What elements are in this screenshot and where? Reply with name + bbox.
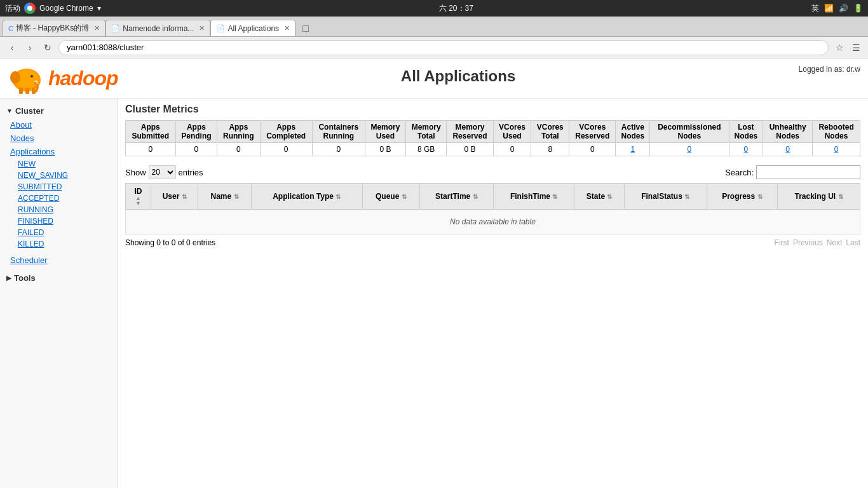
metric-val-apps-running: 0: [217, 143, 260, 156]
language-indicator: 英: [811, 3, 819, 14]
search-label: Search:: [725, 168, 754, 177]
sidebar-tools-header[interactable]: ▶ Tools: [0, 271, 117, 285]
sidebar-item-applications[interactable]: Applications: [0, 145, 117, 158]
tab-favicon-blog: C: [8, 25, 13, 32]
sidebar-item-failed[interactable]: FAILED: [0, 227, 117, 238]
cluster-metrics-table: Apps Submitted Apps Pending Apps Running: [125, 120, 860, 156]
col-header-queue[interactable]: Queue ⇅: [362, 184, 419, 210]
trackingui-sort-icon: ⇅: [838, 193, 843, 200]
tab-blog[interactable]: C 博客 - HappyBKs的博 ✕: [3, 20, 105, 36]
show-label: Show: [125, 168, 146, 177]
page-header: hadoop All Applications Logged in as: dr…: [0, 58, 868, 98]
tab-favicon-allapps: 📄: [216, 24, 225, 32]
queue-sort-icon: ⇅: [402, 193, 407, 200]
sidebar-item-finished[interactable]: FINISHED: [0, 215, 117, 227]
metric-col-apps-completed: Apps Completed: [260, 121, 312, 143]
svg-rect-4: [19, 88, 23, 94]
decommissioned-nodes-link[interactable]: 0: [688, 145, 692, 154]
col-header-state[interactable]: State ⇅: [574, 184, 624, 210]
back-button[interactable]: ‹: [5, 41, 19, 55]
metric-col-memory-used: Memory Used: [365, 121, 405, 143]
entries-select[interactable]: 20 50 100: [149, 165, 176, 179]
forward-button[interactable]: ›: [23, 41, 37, 55]
tab-close-namenode[interactable]: ✕: [199, 24, 205, 32]
new-tab-button[interactable]: □: [298, 21, 313, 36]
sidebar-cluster-header[interactable]: ▼ Cluster: [0, 104, 117, 118]
tab-close-blog[interactable]: ✕: [94, 24, 100, 32]
col-header-user[interactable]: User ⇅: [151, 184, 198, 210]
metric-col-unhealthy-nodes: Unhealthy Nodes: [763, 121, 813, 143]
sidebar-item-submitted[interactable]: SUBMITTED: [0, 181, 117, 193]
sidebar-item-killed[interactable]: KILLED: [0, 238, 117, 250]
tab-close-allapps[interactable]: ✕: [284, 24, 290, 32]
starttime-sort-icon: ⇅: [473, 193, 478, 200]
sidebar-tools-label: Tools: [14, 273, 36, 283]
address-bar-right: ☆ ☰: [832, 41, 863, 55]
metric-val-vcores-used: 0: [493, 143, 531, 156]
metric-val-vcores-total: 8: [531, 143, 569, 156]
col-header-application-type[interactable]: Application Type ⇅: [251, 184, 362, 210]
pagination-previous[interactable]: Previous: [793, 238, 823, 247]
col-header-progress[interactable]: Progress ⇅: [707, 184, 777, 210]
sidebar-item-scheduler[interactable]: Scheduler: [0, 254, 117, 267]
unhealthy-nodes-link[interactable]: 0: [785, 145, 790, 154]
no-data-row: No data available in table: [126, 210, 860, 234]
chrome-app-label: Google Chrome: [39, 4, 93, 13]
volume-icon: 🔊: [839, 4, 848, 13]
sidebar: ▼ Cluster About Nodes Applications NEW N…: [0, 98, 118, 488]
chrome-logo-icon: [24, 3, 36, 14]
col-header-starttime[interactable]: StartTime ⇅: [419, 184, 493, 210]
pagination-next[interactable]: Next: [827, 238, 843, 247]
name-sort-icon: ⇅: [234, 193, 239, 200]
entries-label: entries: [179, 168, 203, 177]
titlebar: 活动 Google Chrome ▾ 六 20：37 英 📶 🔊 🔋: [0, 0, 868, 17]
metric-val-apps-pending: 0: [175, 143, 217, 156]
lost-nodes-link[interactable]: 0: [744, 145, 749, 154]
sidebar-item-nodes[interactable]: Nodes: [0, 132, 117, 145]
col-header-finalstatus[interactable]: FinalStatus ⇅: [624, 184, 707, 210]
metric-val-vcores-reserved: 0: [569, 143, 616, 156]
apptype-sort-icon: ⇅: [336, 193, 341, 200]
state-sort-icon: ⇅: [607, 193, 612, 200]
finalstatus-sort-icon: ⇅: [684, 193, 689, 200]
tab-namenode[interactable]: 📄 Namenode informa... ✕: [105, 20, 210, 36]
tab-label-allapps: All Applications: [227, 24, 279, 33]
user-sort-icon: ⇅: [182, 193, 187, 200]
wifi-icon: 📶: [824, 4, 834, 13]
metric-col-decommissioned-nodes: Decommissioned Nodes: [650, 121, 729, 143]
search-input[interactable]: [756, 165, 860, 179]
sidebar-item-about[interactable]: About: [0, 118, 117, 132]
reload-button[interactable]: ↻: [41, 41, 55, 55]
metric-val-memory-used: 0 B: [365, 143, 405, 156]
url-input[interactable]: [58, 40, 829, 55]
metric-val-apps-submitted: 0: [126, 143, 176, 156]
tab-allapps[interactable]: 📄 All Applications ✕: [210, 20, 295, 36]
col-header-id[interactable]: ID ▲▼: [126, 184, 151, 210]
rebooted-nodes-link[interactable]: 0: [834, 145, 839, 154]
metric-val-active-nodes: 1: [616, 143, 650, 156]
table-controls: Show 20 50 100 entries Search:: [125, 165, 860, 179]
sidebar-cluster-label: Cluster: [15, 106, 44, 116]
metric-col-vcores-total: VCores Total: [531, 121, 569, 143]
titlebar-clock: 六 20：37: [101, 3, 811, 14]
sidebar-item-accepted[interactable]: ACCEPTED: [0, 193, 117, 204]
sidebar-item-running[interactable]: RUNNING: [0, 204, 117, 215]
col-header-tracking-ui[interactable]: Tracking UI ⇅: [778, 184, 860, 210]
pagination-last[interactable]: Last: [846, 238, 860, 247]
sidebar-tools-section: ▶ Tools: [0, 271, 117, 285]
col-header-name[interactable]: Name ⇅: [198, 184, 251, 210]
metric-col-active-nodes: Active Nodes: [616, 121, 650, 143]
address-bar: ‹ › ↻ ☆ ☰: [0, 37, 868, 58]
sidebar-item-new-saving[interactable]: NEW_SAVING: [0, 170, 117, 181]
chrome-settings-icon[interactable]: ☰: [849, 41, 863, 55]
progress-sort-icon: ⇅: [757, 193, 763, 200]
hadoop-text-logo: hadoop: [48, 67, 118, 90]
page-title: All Applications: [118, 67, 799, 85]
bookmark-icon[interactable]: ☆: [832, 41, 846, 55]
content-area: ▼ Cluster About Nodes Applications NEW N…: [0, 98, 868, 488]
active-nodes-link[interactable]: 1: [630, 145, 635, 154]
titlebar-right: 英 📶 🔊 🔋: [811, 3, 863, 14]
sidebar-item-new[interactable]: NEW: [0, 158, 117, 170]
col-header-finishtime[interactable]: FinishTime ⇅: [493, 184, 574, 210]
pagination-first[interactable]: First: [775, 238, 789, 247]
